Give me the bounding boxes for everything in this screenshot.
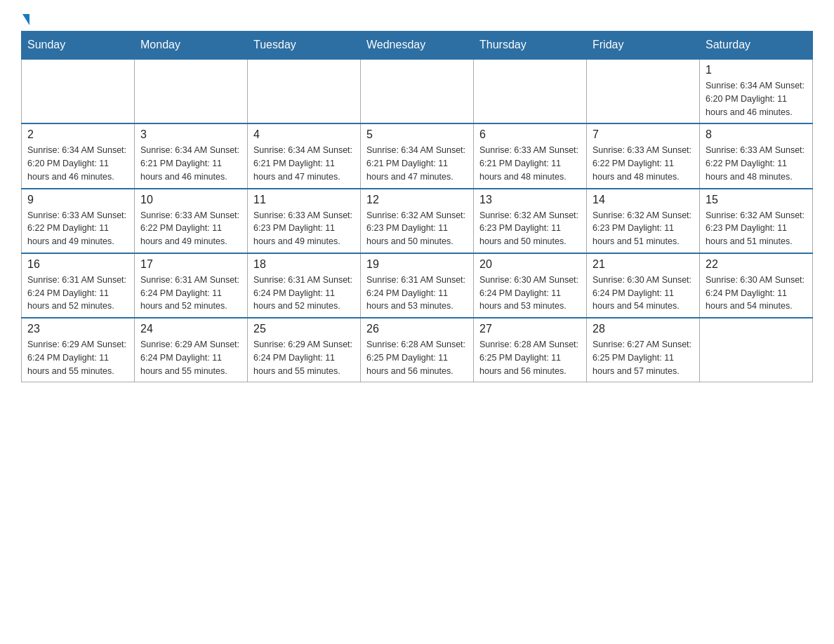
day-info: Sunrise: 6:33 AM Sunset: 6:22 PM Dayligh… (27, 209, 128, 248)
day-number: 28 (593, 323, 694, 335)
day-info: Sunrise: 6:31 AM Sunset: 6:24 PM Dayligh… (140, 274, 241, 313)
day-info: Sunrise: 6:30 AM Sunset: 6:24 PM Dayligh… (593, 274, 694, 313)
calendar-cell: 12Sunrise: 6:32 AM Sunset: 6:23 PM Dayli… (361, 189, 474, 253)
day-info: Sunrise: 6:29 AM Sunset: 6:24 PM Dayligh… (140, 338, 241, 377)
calendar-week-3: 9Sunrise: 6:33 AM Sunset: 6:22 PM Daylig… (22, 189, 813, 253)
calendar-header-row: SundayMondayTuesdayWednesdayThursdayFrid… (22, 32, 813, 60)
calendar-cell (135, 59, 248, 123)
day-info: Sunrise: 6:32 AM Sunset: 6:23 PM Dayligh… (479, 209, 581, 248)
day-number: 24 (140, 323, 241, 335)
day-number: 18 (253, 258, 355, 271)
calendar-cell: 10Sunrise: 6:33 AM Sunset: 6:22 PM Dayli… (135, 189, 248, 253)
day-number: 5 (366, 128, 468, 141)
day-info: Sunrise: 6:32 AM Sunset: 6:23 PM Dayligh… (593, 209, 694, 248)
day-info: Sunrise: 6:31 AM Sunset: 6:24 PM Dayligh… (27, 274, 128, 313)
calendar-cell: 20Sunrise: 6:30 AM Sunset: 6:24 PM Dayli… (474, 253, 587, 318)
calendar-cell (22, 59, 135, 123)
day-number: 4 (253, 128, 355, 141)
calendar-week-4: 16Sunrise: 6:31 AM Sunset: 6:24 PM Dayli… (22, 253, 813, 318)
day-info: Sunrise: 6:31 AM Sunset: 6:24 PM Dayligh… (253, 274, 355, 313)
calendar-cell: 28Sunrise: 6:27 AM Sunset: 6:25 PM Dayli… (587, 318, 700, 382)
weekday-header-monday: Monday (135, 32, 248, 60)
day-number: 2 (27, 128, 128, 141)
logo-triangle-icon (22, 14, 29, 25)
calendar-week-1: 1Sunrise: 6:34 AM Sunset: 6:20 PM Daylig… (22, 59, 813, 123)
day-info: Sunrise: 6:30 AM Sunset: 6:24 PM Dayligh… (479, 274, 581, 313)
day-info: Sunrise: 6:33 AM Sunset: 6:21 PM Dayligh… (479, 144, 581, 183)
day-info: Sunrise: 6:34 AM Sunset: 6:21 PM Dayligh… (253, 144, 355, 183)
day-number: 11 (253, 194, 355, 206)
calendar-cell (700, 318, 813, 382)
day-number: 13 (479, 194, 581, 206)
day-number: 14 (593, 194, 694, 206)
day-number: 19 (366, 258, 468, 271)
calendar-week-2: 2Sunrise: 6:34 AM Sunset: 6:20 PM Daylig… (22, 123, 813, 188)
calendar-cell: 24Sunrise: 6:29 AM Sunset: 6:24 PM Dayli… (135, 318, 248, 382)
day-info: Sunrise: 6:34 AM Sunset: 6:20 PM Dayligh… (706, 79, 807, 119)
day-number: 21 (593, 258, 694, 271)
day-number: 8 (706, 128, 807, 141)
calendar-cell: 13Sunrise: 6:32 AM Sunset: 6:23 PM Dayli… (474, 189, 587, 253)
page-header (21, 14, 813, 24)
day-info: Sunrise: 6:29 AM Sunset: 6:24 PM Dayligh… (253, 338, 355, 377)
day-number: 25 (253, 323, 355, 335)
calendar-cell: 21Sunrise: 6:30 AM Sunset: 6:24 PM Dayli… (587, 253, 700, 318)
day-info: Sunrise: 6:33 AM Sunset: 6:22 PM Dayligh… (706, 144, 807, 183)
day-info: Sunrise: 6:28 AM Sunset: 6:25 PM Dayligh… (479, 338, 581, 377)
calendar-cell: 18Sunrise: 6:31 AM Sunset: 6:24 PM Dayli… (248, 253, 361, 318)
day-info: Sunrise: 6:33 AM Sunset: 6:23 PM Dayligh… (253, 209, 355, 248)
day-number: 9 (27, 194, 128, 206)
day-info: Sunrise: 6:32 AM Sunset: 6:23 PM Dayligh… (706, 209, 807, 248)
calendar-cell: 1Sunrise: 6:34 AM Sunset: 6:20 PM Daylig… (700, 59, 813, 123)
day-info: Sunrise: 6:33 AM Sunset: 6:22 PM Dayligh… (140, 209, 241, 248)
calendar-cell: 22Sunrise: 6:30 AM Sunset: 6:24 PM Dayli… (700, 253, 813, 318)
calendar-cell: 3Sunrise: 6:34 AM Sunset: 6:21 PM Daylig… (135, 123, 248, 188)
day-info: Sunrise: 6:30 AM Sunset: 6:24 PM Dayligh… (706, 274, 807, 313)
calendar-cell: 25Sunrise: 6:29 AM Sunset: 6:24 PM Dayli… (248, 318, 361, 382)
calendar-cell: 7Sunrise: 6:33 AM Sunset: 6:22 PM Daylig… (587, 123, 700, 188)
weekday-header-wednesday: Wednesday (361, 32, 474, 60)
day-number: 17 (140, 258, 241, 271)
calendar-cell (248, 59, 361, 123)
calendar-cell: 5Sunrise: 6:34 AM Sunset: 6:21 PM Daylig… (361, 123, 474, 188)
weekday-header-thursday: Thursday (474, 32, 587, 60)
day-number: 16 (27, 258, 128, 271)
day-number: 12 (366, 194, 468, 206)
day-number: 15 (706, 194, 807, 206)
day-info: Sunrise: 6:28 AM Sunset: 6:25 PM Dayligh… (366, 338, 468, 377)
day-info: Sunrise: 6:33 AM Sunset: 6:22 PM Dayligh… (593, 144, 694, 183)
calendar-cell: 2Sunrise: 6:34 AM Sunset: 6:20 PM Daylig… (22, 123, 135, 188)
day-number: 3 (140, 128, 241, 141)
calendar-cell: 8Sunrise: 6:33 AM Sunset: 6:22 PM Daylig… (700, 123, 813, 188)
day-info: Sunrise: 6:34 AM Sunset: 6:21 PM Dayligh… (140, 144, 241, 183)
calendar-table: SundayMondayTuesdayWednesdayThursdayFrid… (21, 31, 813, 382)
calendar-cell: 19Sunrise: 6:31 AM Sunset: 6:24 PM Dayli… (361, 253, 474, 318)
weekday-header-sunday: Sunday (22, 32, 135, 60)
day-number: 26 (366, 323, 468, 335)
day-info: Sunrise: 6:34 AM Sunset: 6:21 PM Dayligh… (366, 144, 468, 183)
calendar-cell: 16Sunrise: 6:31 AM Sunset: 6:24 PM Dayli… (22, 253, 135, 318)
day-number: 20 (479, 258, 581, 271)
day-info: Sunrise: 6:29 AM Sunset: 6:24 PM Dayligh… (27, 338, 128, 377)
day-number: 23 (27, 323, 128, 335)
day-number: 22 (706, 258, 807, 271)
calendar-cell: 14Sunrise: 6:32 AM Sunset: 6:23 PM Dayli… (587, 189, 700, 253)
calendar-cell: 15Sunrise: 6:32 AM Sunset: 6:23 PM Dayli… (700, 189, 813, 253)
calendar-cell: 27Sunrise: 6:28 AM Sunset: 6:25 PM Dayli… (474, 318, 587, 382)
calendar-cell: 23Sunrise: 6:29 AM Sunset: 6:24 PM Dayli… (22, 318, 135, 382)
weekday-header-friday: Friday (587, 32, 700, 60)
day-number: 10 (140, 194, 241, 206)
weekday-header-tuesday: Tuesday (248, 32, 361, 60)
calendar-cell (587, 59, 700, 123)
calendar-cell: 17Sunrise: 6:31 AM Sunset: 6:24 PM Dayli… (135, 253, 248, 318)
calendar-cell (474, 59, 587, 123)
day-info: Sunrise: 6:32 AM Sunset: 6:23 PM Dayligh… (366, 209, 468, 248)
calendar-cell: 11Sunrise: 6:33 AM Sunset: 6:23 PM Dayli… (248, 189, 361, 253)
day-number: 6 (479, 128, 581, 141)
day-number: 7 (593, 128, 694, 141)
day-number: 1 (706, 64, 807, 76)
calendar-cell: 9Sunrise: 6:33 AM Sunset: 6:22 PM Daylig… (22, 189, 135, 253)
weekday-header-saturday: Saturday (700, 32, 813, 60)
calendar-cell: 26Sunrise: 6:28 AM Sunset: 6:25 PM Dayli… (361, 318, 474, 382)
day-info: Sunrise: 6:27 AM Sunset: 6:25 PM Dayligh… (593, 338, 694, 377)
